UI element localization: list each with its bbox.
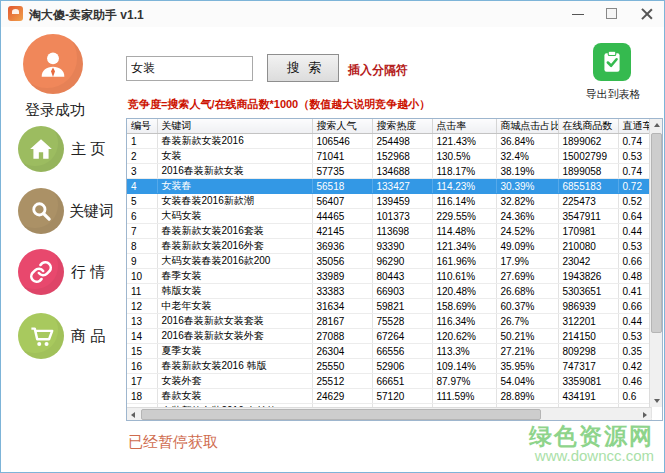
table-cell: 36936 (312, 239, 372, 254)
sidebar-item-keywords-label[interactable]: 关键词 (69, 202, 114, 221)
search-button[interactable]: 搜索 (267, 54, 339, 82)
table-cell: 26304 (312, 344, 372, 359)
table-cell: 13 (127, 314, 157, 329)
cart-icon (28, 323, 55, 350)
link-icon (28, 259, 54, 285)
table-row[interactable]: 18春款女装2462957120111.59%28.89%4341910.6 (127, 389, 651, 404)
scroll-down-button[interactable] (650, 394, 663, 407)
sidebar-item-keywords[interactable] (18, 188, 64, 234)
table-cell: 35056 (312, 254, 372, 269)
app-logo-icon (8, 6, 23, 21)
horizontal-scrollbar[interactable] (127, 407, 651, 420)
table-cell: 大码女装 (157, 209, 312, 224)
table-cell: 1943826 (558, 269, 618, 284)
table-cell: 116.34% (432, 314, 496, 329)
insert-separator-link[interactable]: 插入分隔符 (348, 62, 408, 79)
table-cell: 44465 (312, 209, 372, 224)
table-cell: 80443 (372, 269, 432, 284)
arrow-up-icon (654, 120, 660, 127)
vertical-scrollbar[interactable] (649, 119, 662, 407)
table-cell: 0.44 (618, 224, 651, 239)
table-row[interactable]: 12中老年女装3163459821158.69%60.37%9869390.66 (127, 299, 651, 314)
table-cell: 56407 (312, 194, 372, 209)
table-row[interactable]: 2女装71041152968130.5%32.4%150027990.53 (127, 149, 651, 164)
table-cell: 312201 (558, 314, 618, 329)
horizontal-scroll-thumb[interactable] (141, 409, 541, 420)
table-cell: 4 (127, 179, 157, 194)
minimize-button[interactable] (562, 1, 596, 27)
column-header[interactable]: 编号 (127, 119, 157, 134)
minimize-icon (572, 14, 584, 15)
export-to-excel-button[interactable] (593, 43, 631, 81)
table-cell: 67264 (372, 329, 432, 344)
sidebar-item-home[interactable] (18, 126, 64, 172)
table-row[interactable]: 6大码女装44465101373229.55%24.36%35479110.64 (127, 209, 651, 224)
table-row[interactable]: 4女装春56518133427114.23%30.39%68551830.72 (127, 179, 651, 194)
table-cell: 17.9% (496, 254, 558, 269)
column-header[interactable]: 商城点击占比 (496, 119, 558, 134)
keyword-search-input[interactable] (126, 56, 253, 81)
table-cell: 中老年女装 (157, 299, 312, 314)
table-cell: 93390 (372, 239, 432, 254)
table-cell: 66556 (372, 344, 432, 359)
table-cell: 31634 (312, 299, 372, 314)
close-button[interactable] (630, 1, 664, 27)
clipboard-check-icon (599, 49, 625, 75)
sidebar-item-products-label[interactable]: 商 品 (71, 327, 105, 346)
table-cell: 747317 (558, 359, 618, 374)
table-cell: 0.48 (618, 269, 651, 284)
table-cell: 134688 (372, 164, 432, 179)
column-header[interactable]: 直通车参 (618, 119, 651, 134)
table-row[interactable]: 7春装新款女装2016套装42145113698114.48%24.52%170… (127, 224, 651, 239)
sidebar-item-market[interactable] (18, 249, 64, 295)
table-row[interactable]: 5女装春装2016新款潮56407139459116.14%32.82%2254… (127, 194, 651, 209)
table-cell: 161.96% (432, 254, 496, 269)
scroll-right-button[interactable] (638, 408, 651, 421)
watermark-url: www.downcc.com (529, 448, 654, 464)
table-cell: 0.74 (618, 164, 651, 179)
table-cell: 66903 (372, 284, 432, 299)
table-cell: 26.7% (496, 314, 558, 329)
table-row[interactable]: 17女装外套255126665187.97%54.04%33590810.46 (127, 374, 651, 389)
window-title: 淘大傻-卖家助手 v1.1 (29, 7, 144, 24)
keyword-table-body: 1春装新款女装2016106546254498121.43%36.84%1899… (127, 134, 651, 422)
table-cell: 6 (127, 209, 157, 224)
table-cell: 809298 (558, 344, 618, 359)
table-row[interactable]: 15夏季女装2630466556113.3%27.21%8092980.35 (127, 344, 651, 359)
keyword-table: 编号关键词搜索人气搜索热度点击率商城点击占比在线商品数直通车参 1春装新款女装2… (126, 118, 663, 421)
vertical-scroll-thumb[interactable] (651, 133, 662, 333)
table-cell: 33383 (312, 284, 372, 299)
table-row[interactable]: 9大码女装春装2016款2003505696290161.96%17.9%230… (127, 254, 651, 269)
column-header[interactable]: 搜索热度 (372, 119, 432, 134)
table-cell: 36.84% (496, 134, 558, 149)
sidebar-item-home-label[interactable]: 主 页 (71, 140, 105, 159)
table-row[interactable]: 1春装新款女装2016106546254498121.43%36.84%1899… (127, 134, 651, 149)
table-row[interactable]: 142016春装新款女装外套2708867264120.62%50.21%214… (127, 329, 651, 344)
table-cell: 0.72 (618, 179, 651, 194)
table-cell: 225473 (558, 194, 618, 209)
table-row[interactable]: 8春装新款女装2016外套3693693390121.34%49.09%2100… (127, 239, 651, 254)
table-cell: 2016春装新款女装外套 (157, 329, 312, 344)
table-cell: 25550 (312, 359, 372, 374)
table-row[interactable]: 16春装新款女装2016 韩版2555052906109.14%35.95%74… (127, 359, 651, 374)
table-cell: 986939 (558, 299, 618, 314)
table-row[interactable]: 32016春装新款女装57735134688118.17%38.19%18990… (127, 164, 651, 179)
scroll-left-button[interactable] (127, 408, 140, 421)
table-cell: 71041 (312, 149, 372, 164)
table-row[interactable]: 10春季女装3398980443110.61%27.69%19438260.48 (127, 269, 651, 284)
close-icon (641, 8, 653, 20)
column-header[interactable]: 在线商品数 (558, 119, 618, 134)
sidebar-item-market-label[interactable]: 行 情 (71, 263, 105, 282)
table-cell: 130.5% (432, 149, 496, 164)
column-header[interactable]: 搜索人气 (312, 119, 372, 134)
maximize-button[interactable] (596, 1, 630, 27)
column-header[interactable]: 点击率 (432, 119, 496, 134)
table-cell: 116.14% (432, 194, 496, 209)
scroll-up-button[interactable] (650, 119, 663, 132)
table-row[interactable]: 11韩版女装3338366903120.48%26.68%53036510.41 (127, 284, 651, 299)
app-window: 淘大傻-卖家助手 v1.1 登录成功 主 页 关键词 行 情 (0, 0, 665, 473)
sidebar-item-products[interactable] (18, 313, 64, 359)
table-row[interactable]: 132016春装新款女装套装2816775528116.34%26.7%3122… (127, 314, 651, 329)
table-cell: 121.34% (432, 239, 496, 254)
column-header[interactable]: 关键词 (157, 119, 312, 134)
